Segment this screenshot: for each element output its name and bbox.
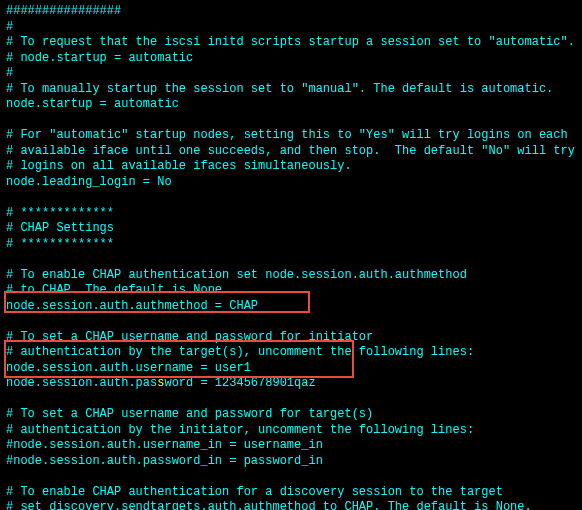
terminal-line: # For "automatic" startup nodes, setting… [6, 128, 576, 144]
text-segment: # authentication by the target(s), uncom… [6, 345, 474, 359]
text-segment: # To enable CHAP authentication for a di… [6, 485, 503, 499]
terminal-line: node.session.auth.authmethod = CHAP [6, 299, 576, 315]
text-segment: # authentication by the initiator, uncom… [6, 423, 474, 437]
terminal-line: # CHAP Settings [6, 221, 576, 237]
terminal-line: # node.startup = automatic [6, 51, 576, 67]
text-segment: # ************* [6, 206, 114, 220]
text-segment: ################ [6, 4, 121, 18]
text-segment: # To enable CHAP authentication set node… [6, 268, 467, 282]
terminal-line: # To enable CHAP authentication set node… [6, 268, 576, 284]
text-segment: # To set a CHAP username and password fo… [6, 407, 373, 421]
text-segment: # To set a CHAP username and password fo… [6, 330, 373, 344]
text-segment: #node.session.auth.username_in = usernam… [6, 438, 323, 452]
terminal-line: node.leading_login = No [6, 175, 576, 191]
terminal-line [6, 392, 576, 408]
terminal-line: # to CHAP. The default is None. [6, 283, 576, 299]
terminal-line [6, 190, 576, 206]
terminal-line: node.startup = automatic [6, 97, 576, 113]
terminal-line: # To set a CHAP username and password fo… [6, 330, 576, 346]
terminal-line [6, 113, 576, 129]
text-segment: node.session.auth.pas [6, 376, 157, 390]
terminal-line: node.session.auth.password = 12345678901… [6, 376, 576, 392]
terminal-line: # To set a CHAP username and password fo… [6, 407, 576, 423]
terminal-output: ################## To request that the i… [0, 0, 582, 510]
text-segment: # logins on all available ifaces simulta… [6, 159, 352, 173]
text-segment: # ************* [6, 237, 114, 251]
terminal-line: # ************* [6, 237, 576, 253]
terminal-line: # set discovery.sendtargets.auth.authmet… [6, 500, 576, 510]
text-segment: # set discovery.sendtargets.auth.authmet… [6, 500, 532, 510]
terminal-line: # authentication by the initiator, uncom… [6, 423, 576, 439]
text-segment: node.session.auth.authmethod = CHAP [6, 299, 258, 313]
text-segment: #node.session.auth.password_in = passwor… [6, 454, 323, 468]
text-segment: # For "automatic" startup nodes, setting… [6, 128, 568, 142]
terminal-line [6, 252, 576, 268]
terminal-line: ################ [6, 4, 576, 20]
terminal-line: # To manually startup the session set to… [6, 82, 576, 98]
text-segment: # available iface until one succeeds, an… [6, 144, 575, 158]
text-segment: # To manually startup the session set to… [6, 82, 553, 96]
text-segment: # To request that the iscsi initd script… [6, 35, 575, 49]
terminal-line: # authentication by the target(s), uncom… [6, 345, 576, 361]
terminal-line: node.session.auth.username = user1 [6, 361, 576, 377]
terminal-line: # ************* [6, 206, 576, 222]
terminal-line: #node.session.auth.password_in = passwor… [6, 454, 576, 470]
terminal-line [6, 314, 576, 330]
text-segment: # CHAP Settings [6, 221, 114, 235]
text-segment: # [6, 20, 13, 34]
text-segment: # node.startup = automatic [6, 51, 193, 65]
terminal-line: # [6, 66, 576, 82]
text-segment: # [6, 66, 13, 80]
terminal-line: # available iface until one succeeds, an… [6, 144, 576, 160]
terminal-line: # To request that the iscsi initd script… [6, 35, 576, 51]
terminal-line [6, 469, 576, 485]
text-segment: # to CHAP. The default is None. [6, 283, 229, 297]
terminal-line: #node.session.auth.username_in = usernam… [6, 438, 576, 454]
text-segment: node.session.auth.username = user1 [6, 361, 251, 375]
terminal-line: # To enable CHAP authentication for a di… [6, 485, 576, 501]
text-segment: node.leading_login = No [6, 175, 172, 189]
terminal-line: # [6, 20, 576, 36]
terminal-line: # logins on all available ifaces simulta… [6, 159, 576, 175]
text-segment: node.startup = automatic [6, 97, 179, 111]
text-segment: word = 12345678901qaz [164, 376, 315, 390]
